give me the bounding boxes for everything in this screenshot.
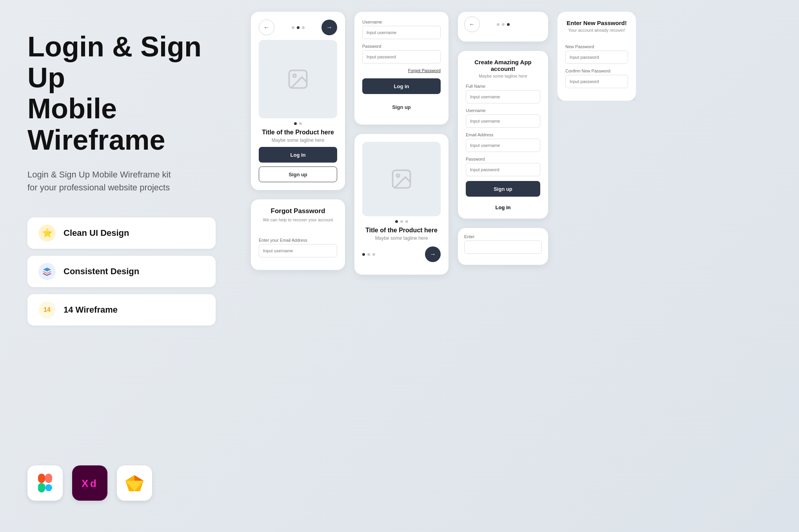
signup-email-label: Email Address xyxy=(466,132,540,137)
back-nav-card: ← xyxy=(458,12,548,42)
back-arrow-1[interactable]: ← xyxy=(259,20,274,35)
dot-1-2 xyxy=(297,26,300,29)
dot-1-1 xyxy=(292,26,294,29)
svg-point-5 xyxy=(45,475,52,482)
dot-3-2 xyxy=(400,220,403,223)
dot-4-1 xyxy=(362,253,365,256)
svg-point-15 xyxy=(397,174,400,177)
email-label: Enter your Email Address xyxy=(259,238,337,242)
login-link[interactable]: Log in xyxy=(496,204,511,210)
signup-link-2[interactable]: Sign up xyxy=(362,101,441,117)
enter-label: Enter xyxy=(464,234,542,239)
dot-top-2 xyxy=(502,23,505,26)
email-input[interactable] xyxy=(259,244,337,257)
password-label: Password xyxy=(362,44,441,49)
layers-icon xyxy=(38,263,56,280)
svg-point-13 xyxy=(293,74,296,78)
forgot-title: Forgot Password xyxy=(259,207,337,215)
dots-3 xyxy=(362,220,441,223)
dot-2-2 xyxy=(299,122,302,125)
signup-password-label: Password xyxy=(466,157,540,161)
dot-3-3 xyxy=(405,220,408,223)
feature-label-clean-ui: Clean UI Design xyxy=(64,228,129,238)
xd-icon-box: X d xyxy=(72,465,107,501)
new-password-card: Enter New Password! Your account already… xyxy=(557,12,636,101)
dots-1 xyxy=(292,26,305,29)
fullname-input[interactable] xyxy=(466,90,540,103)
signup-password-input[interactable] xyxy=(466,163,540,176)
password-input[interactable] xyxy=(362,50,441,63)
new-pw-input[interactable] xyxy=(565,51,628,64)
signup-username-input[interactable] xyxy=(466,114,540,128)
svg-rect-0 xyxy=(38,474,45,483)
col3-signup: ← Create Amazing App account! Maybe some… xyxy=(458,12,548,265)
dot-2-1 xyxy=(294,122,297,125)
star-icon: ⭐ xyxy=(38,224,56,242)
nav-row-1: ← → xyxy=(259,20,337,35)
dot-top-1 xyxy=(497,23,499,26)
main-title: Login & Sign Up Mobile Wireframe xyxy=(27,31,216,156)
product-tagline-2: Maybe some tagline here xyxy=(362,235,441,241)
dot-4-3 xyxy=(372,253,375,256)
svg-point-3 xyxy=(45,484,52,491)
dots-2 xyxy=(259,122,337,125)
dots-4 xyxy=(362,253,375,256)
sketch-icon-box xyxy=(117,465,152,501)
login-button-1[interactable]: Log in xyxy=(259,147,337,163)
enter-partial-card: Enter xyxy=(458,228,548,265)
svg-rect-4 xyxy=(38,483,45,492)
col4-new-password: Enter New Password! Your account already… xyxy=(557,12,636,101)
svg-text:X: X xyxy=(82,478,89,489)
dots-top xyxy=(497,23,510,26)
new-password-title: Enter New Password! xyxy=(565,20,628,26)
dot-3-1 xyxy=(395,220,398,223)
forgot-password-card: Forgot Password We can help to recover y… xyxy=(251,199,345,270)
signup-subtitle: Maybe some tagline here xyxy=(466,74,540,78)
next-arrow-1[interactable]: → xyxy=(321,20,337,35)
dot-4-2 xyxy=(367,253,370,256)
back-arrow-top[interactable]: ← xyxy=(464,16,480,32)
signup-form-card: Create Amazing App account! Maybe some t… xyxy=(458,51,548,219)
feature-list: ⭐ Clean UI Design Consistent Design 14 xyxy=(27,217,216,326)
product-image-1 xyxy=(259,40,337,118)
nav-row-2: → xyxy=(362,246,441,262)
login-form-card: Username Password Forgot Password Log in… xyxy=(354,12,449,125)
tool-icons: X d xyxy=(27,465,216,501)
signup-button-main[interactable]: Sign up xyxy=(466,181,540,197)
signup-title: Create Amazing App account! xyxy=(466,59,540,72)
confirm-pw-label: Confirm New Password xyxy=(565,69,628,73)
fullname-label: Full Name xyxy=(466,84,540,89)
new-pw-label: New Password xyxy=(565,44,628,49)
nav-row-top: ← xyxy=(464,16,542,32)
left-panel: Login & Sign Up Mobile Wireframe Login &… xyxy=(0,0,243,532)
feature-label-consistent: Consistent Design xyxy=(64,266,139,277)
number-icon: 14 xyxy=(38,301,56,318)
username-label: Username xyxy=(362,20,441,24)
login-button-2[interactable]: Log in xyxy=(362,78,441,94)
forgot-password-link[interactable]: Forgot Password xyxy=(362,68,441,73)
onboarding-card-2: Title of the Product here Maybe some tag… xyxy=(354,134,449,275)
feature-item-wireframe: 14 14 Wireframe xyxy=(27,294,216,326)
product-title-1: Title of the Product here xyxy=(259,129,337,136)
feature-item-consistent: Consistent Design xyxy=(27,256,216,287)
figma-icon-box xyxy=(27,465,63,501)
col1-onboarding: ← → xyxy=(251,12,345,270)
right-area: ← → xyxy=(243,0,799,532)
col2-login: Username Password Forgot Password Log in… xyxy=(354,12,449,275)
onboarding-card-1: ← → xyxy=(251,12,345,190)
dot-1-3 xyxy=(302,26,305,29)
signup-email-input[interactable] xyxy=(466,139,540,152)
signup-button-1[interactable]: Sign up xyxy=(259,166,337,182)
signup-username-label: Username xyxy=(466,108,540,113)
product-tagline-1: Maybe some tagline here xyxy=(259,138,337,143)
feature-item-clean-ui: ⭐ Clean UI Design xyxy=(27,217,216,249)
next-arrow-2[interactable]: → xyxy=(425,246,441,262)
enter-input[interactable] xyxy=(464,241,542,254)
confirm-pw-input[interactable] xyxy=(565,75,628,88)
product-image-2 xyxy=(362,142,441,216)
product-title-2: Title of the Product here xyxy=(362,227,441,234)
forgot-subtitle: We can help to recover your account xyxy=(259,217,337,222)
username-input[interactable] xyxy=(362,26,441,39)
new-password-subtitle: Your account already recover! xyxy=(565,28,628,33)
feature-label-wireframe: 14 Wireframe xyxy=(64,305,118,315)
